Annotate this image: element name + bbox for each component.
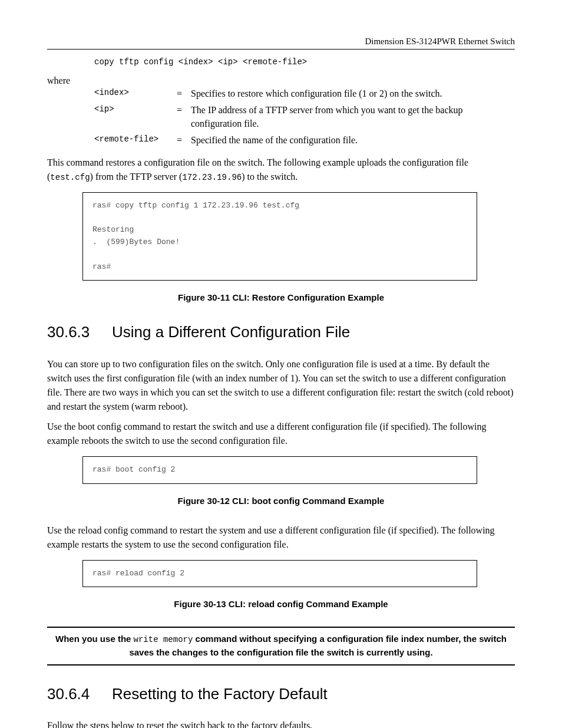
where-label: where [47,74,515,87]
section-title: Using a Different Configuration File [112,323,350,341]
code-example-reload: ras# reload config 2 [82,560,477,588]
def-desc: Specified the name of the configuration … [191,134,515,147]
def-row: <index> = Specifies to restore which con… [94,87,515,100]
def-row: <ip> = The IP address of a TFTP server f… [94,104,515,130]
body-paragraph: You can store up to two configuration fi… [47,357,515,414]
command-syntax: copy tftp config <index> <ip> <remote-fi… [94,57,515,68]
definitions-list: <index> = Specifies to restore which con… [94,87,515,147]
def-desc: The IP address of a TFTP server from whi… [191,104,515,130]
code-example-boot: ras# boot config 2 [82,456,477,484]
text: ) from the TFTP server ( [90,172,183,182]
header-title: Dimension ES-3124PWR Ethernet Switch [365,37,515,46]
body-paragraph: Use the reload config command to restart… [47,523,515,552]
def-eq: = [177,87,191,100]
section-heading-3064: 30.6.4Resetting to the Factory Default [47,683,515,704]
body-paragraph: Follow the steps below to reset the swit… [47,719,515,728]
figure-caption-30-12: Figure 30-12 CLI: boot config Command Ex… [47,495,515,507]
def-term: <index> [94,87,177,99]
def-eq: = [177,104,191,117]
body-paragraph: Use the boot config command to restart t… [47,420,515,448]
def-eq: = [177,134,191,147]
figure-caption-30-11: Figure 30-11 CLI: Restore Configuration … [47,291,515,304]
note-text-pre: When you use the [55,634,134,644]
section-title: Resetting to the Factory Default [112,685,328,703]
section-number: 30.6.4 [47,683,112,704]
inline-code: test.cfg [50,173,90,182]
figure-caption-30-13: Figure 30-13 CLI: reload config Command … [47,598,515,610]
section-heading-3063: 30.6.3Using a Different Configuration Fi… [47,321,515,342]
def-term: <remote-file> [94,134,177,146]
inline-code: 172.23.19.96 [182,173,242,182]
def-row: <remote-file> = Specified the name of th… [94,134,515,147]
page-header: Dimension ES-3124PWR Ethernet Switch [47,35,515,50]
code-example-restore: ras# copy tftp config 1 172.23.19.96 tes… [82,192,477,281]
text: ) to the switch. [242,172,297,182]
inline-code: write memory [134,635,193,644]
def-term: <ip> [94,104,177,116]
def-desc: Specifies to restore which configuration… [191,87,515,100]
note-callout: When you use the write memory command wi… [47,627,515,666]
restore-paragraph: This command restores a configuration fi… [47,156,515,184]
section-number: 30.6.3 [47,321,112,342]
